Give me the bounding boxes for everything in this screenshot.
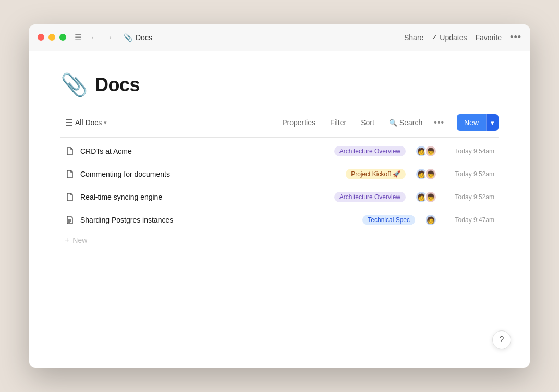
document-name: Commenting for documents [80, 170, 341, 178]
sidebar-toggle-icon[interactable]: ☰ [75, 32, 82, 42]
properties-button[interactable]: Properties [279, 116, 319, 129]
filter-right: Properties Filter Sort 🔍 Search ••• New … [279, 114, 499, 131]
search-icon: 🔍 [389, 119, 397, 127]
filter-button[interactable]: Filter [327, 116, 349, 129]
avatar: 👦 [424, 168, 437, 180]
document-tags: Architecture Overview [334, 192, 406, 202]
page-header: 📎 Docs [60, 72, 499, 97]
avatar-group: 🧑👦 [415, 145, 437, 157]
document-time: Today 9:47am [442, 216, 494, 224]
document-time: Today 9:54am [442, 148, 494, 155]
table-row[interactable]: Sharding Postgres instancesTechnical Spe… [60, 209, 499, 231]
share-button[interactable]: Share [404, 33, 423, 42]
table-row[interactable]: Real-time syncing engineArchitecture Ove… [60, 186, 499, 209]
minimize-button[interactable] [48, 34, 55, 41]
avatar-group: 🧑 [424, 214, 437, 226]
document-tags: Architecture Overview [334, 146, 406, 156]
breadcrumb-icon: 📎 [124, 33, 132, 42]
new-row-label: New [72, 236, 87, 244]
titlebar: ☰ ← → 📎 Docs Share ✓ Updates Favorite ••… [29, 24, 530, 51]
titlebar-center: ☰ ← → 📎 Docs [75, 32, 404, 43]
list-icon [65, 119, 73, 126]
more-options-icon[interactable]: ••• [510, 32, 521, 43]
avatar: 👦 [424, 145, 437, 157]
toolbar-divider [60, 137, 499, 138]
new-doc-row[interactable]: + New [60, 231, 499, 249]
breadcrumb-text: Docs [136, 33, 152, 42]
document-name: CRDTs at Acme [80, 147, 329, 155]
updates-button[interactable]: ✓ Updates [432, 33, 467, 42]
main-window: ☰ ← → 📎 Docs Share ✓ Updates Favorite ••… [29, 24, 530, 368]
new-button-group: New ▾ [457, 114, 499, 131]
forward-arrow-icon[interactable]: → [103, 32, 115, 43]
document-name: Real-time syncing engine [80, 193, 329, 201]
document-tags: Project Kickoff 🚀 [346, 169, 406, 179]
updates-label: Updates [440, 33, 467, 42]
tag-label[interactable]: Project Kickoff 🚀 [346, 169, 406, 179]
sort-button[interactable]: Sort [358, 116, 378, 129]
tag-label[interactable]: Architecture Overview [334, 146, 406, 156]
avatar: 👦 [424, 191, 437, 203]
document-time: Today 9:52am [442, 170, 494, 178]
help-button[interactable]: ? [492, 330, 511, 349]
document-icon [65, 170, 75, 178]
plus-icon: + [65, 236, 69, 245]
all-docs-label: All Docs [75, 118, 102, 127]
traffic-lights [38, 34, 66, 41]
tag-label[interactable]: Technical Spec [362, 215, 415, 225]
avatar-group: 🧑👦 [415, 191, 437, 203]
avatar: 🧑 [424, 214, 437, 226]
nav-arrows: ← → [88, 32, 115, 43]
toolbar: All Docs ▾ Properties Filter Sort 🔍 Sear… [60, 114, 499, 131]
document-icon [65, 147, 75, 155]
document-icon [65, 216, 75, 224]
new-button[interactable]: New [457, 114, 486, 131]
back-arrow-icon[interactable]: ← [88, 32, 101, 43]
table-row[interactable]: Commenting for documentsProject Kickoff … [60, 163, 499, 186]
favorite-button[interactable]: Favorite [476, 33, 502, 42]
tag-label[interactable]: Architecture Overview [334, 192, 406, 202]
breadcrumb: 📎 Docs [124, 33, 152, 42]
main-content: 📎 Docs All Docs ▾ [29, 51, 530, 368]
check-icon: ✓ [432, 33, 438, 41]
maximize-button[interactable] [59, 34, 66, 41]
close-button[interactable] [38, 34, 44, 41]
document-tags: Technical Spec [362, 215, 415, 225]
document-list: CRDTs at AcmeArchitecture Overview🧑👦Toda… [60, 140, 499, 231]
page-title: Docs [95, 74, 140, 96]
avatar-group: 🧑👦 [415, 168, 437, 180]
document-name: Sharding Postgres instances [80, 216, 357, 224]
new-dropdown-button[interactable]: ▾ [486, 114, 499, 131]
page-icon: 📎 [60, 72, 88, 97]
chevron-down-icon: ▾ [104, 119, 107, 126]
titlebar-actions: Share ✓ Updates Favorite ••• [404, 32, 521, 43]
document-icon [65, 193, 75, 201]
all-docs-button[interactable]: All Docs ▾ [60, 116, 111, 129]
table-row[interactable]: CRDTs at AcmeArchitecture Overview🧑👦Toda… [60, 140, 499, 163]
search-button[interactable]: 🔍 Search [386, 116, 426, 129]
toolbar-more-icon[interactable]: ••• [434, 118, 444, 127]
document-time: Today 9:52am [442, 193, 494, 201]
filter-left: All Docs ▾ [60, 116, 111, 129]
